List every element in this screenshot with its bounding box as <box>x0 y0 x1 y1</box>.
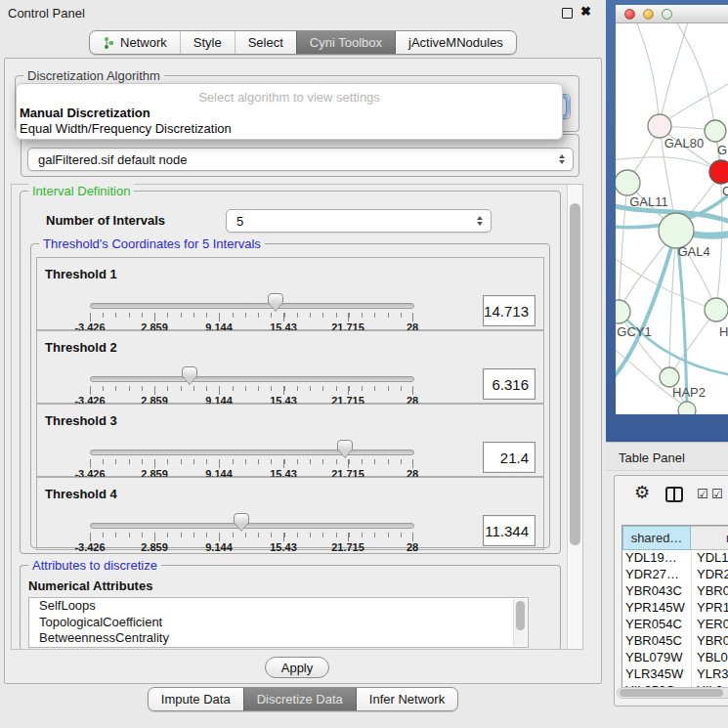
list-item[interactable]: SelfLoops <box>29 598 528 615</box>
threshold-value-field[interactable]: 14.713 <box>483 295 535 326</box>
dropdown-item-manual-discretization[interactable]: Manual Discretization <box>20 106 150 120</box>
table-panel-titlebar: Table Panel <box>606 442 728 471</box>
window-zoom-button[interactable] <box>662 9 672 20</box>
node-label-gal80: GAL80 <box>664 136 704 150</box>
threshold-1-slider[interactable]: -3.426 2.859 9.144 15.43 21.715 28 <box>90 293 412 334</box>
slider-track[interactable] <box>90 303 414 309</box>
node-label-hap2: HAP2 <box>672 385 706 400</box>
scrollbar-thumb[interactable] <box>516 601 525 630</box>
network-node[interactable] <box>660 367 679 387</box>
apply-button[interactable]: Apply <box>265 657 329 678</box>
threshold-3-slider[interactable]: -3.426 2.859 9.144 15.43 21.715 28 <box>90 440 412 481</box>
table-row[interactable]: YER054CYER0 <box>622 617 728 633</box>
scrollbar-thumb[interactable] <box>620 689 723 697</box>
group-title: Discretization Algorithm <box>23 68 164 83</box>
threshold-2-slider[interactable]: -3.426 2.859 9.144 15.43 21.715 28 <box>90 366 412 407</box>
dropdown-item-equal-width[interactable]: Equal Width/Frequency Discretization <box>20 121 232 136</box>
table-data-value: galFiltered.sif default node <box>38 152 187 167</box>
columns-icon[interactable] <box>665 487 683 502</box>
list-item[interactable]: BetweennessCentrality <box>29 630 528 647</box>
threshold-3-panel: Threshold 3 -3.426 2.859 9.144 <box>36 404 544 477</box>
number-of-intervals-combobox[interactable]: 5 <box>226 209 492 233</box>
tab-infer-network[interactable]: Infer Network <box>356 688 457 710</box>
slider-thumb-icon[interactable] <box>182 366 197 378</box>
table-row[interactable]: YBR045CYBR0 <box>622 633 728 650</box>
column-header-name[interactable]: n <box>691 526 728 550</box>
threshold-2-panel: Threshold 2 -3.426 2.859 9.144 <box>36 330 544 404</box>
group-title: Threshold's Coordinates for 5 Intervals <box>39 236 265 251</box>
network-node[interactable] <box>678 402 696 414</box>
slider-minor-ticks <box>90 386 413 391</box>
table-header: shared… n <box>622 526 728 550</box>
threshold-label: Threshold 4 <box>45 487 117 501</box>
node-label-clipped: C <box>722 184 728 198</box>
table-row[interactable]: YBR043CYBR0 <box>622 583 728 600</box>
application-window: Control Panel ✖ Network Style Select Cyn… <box>0 0 728 728</box>
tab-jactivemnodules[interactable]: jActiveMNodules <box>395 31 516 54</box>
table-row[interactable]: YLR345WYLR3 <box>622 666 728 683</box>
node-label-clipped: H <box>719 324 728 339</box>
column-header-shared-name[interactable]: shared… <box>622 526 691 550</box>
scrollbar-thumb[interactable] <box>570 203 580 545</box>
slider-thumb-icon[interactable] <box>268 293 283 305</box>
threshold-4-slider[interactable]: -3.426 2.859 9.144 15.43 21.715 28 <box>90 513 412 554</box>
threshold-value-field[interactable]: 11.344 <box>483 515 535 546</box>
threshold-label: Threshold 2 <box>45 340 117 355</box>
window-close-button[interactable] <box>624 9 635 20</box>
numerical-attributes-list[interactable]: SelfLoops TopologicalCoefficient Between… <box>28 597 529 648</box>
threshold-value-field[interactable]: 6.316 <box>483 368 535 400</box>
cyni-toolbox-panel: Discretization Algorithm Select algorith… <box>4 58 602 684</box>
table-row[interactable]: YDR27…YDR2 <box>622 567 728 583</box>
node-label-gal4: GAL4 <box>677 244 709 259</box>
network-node[interactable] <box>705 120 726 142</box>
control-panel-titlebar: Control Panel ✖ <box>0 0 606 25</box>
slider-track[interactable] <box>90 523 414 529</box>
gear-icon[interactable]: ⚙ <box>634 484 650 501</box>
slider-minor-ticks <box>90 533 413 537</box>
checkbox-icon[interactable]: ☑ <box>711 488 723 500</box>
chevron-up-down-icon <box>477 216 483 226</box>
tab-style[interactable]: Style <box>180 31 235 54</box>
network-canvas[interactable]: GAL80 G GAL11 C GAL4 GCY1 H HAP2 <box>616 23 728 414</box>
tab-discretize-data[interactable]: Discretize Data <box>243 688 356 710</box>
network-view-window: GAL80 G GAL11 C GAL4 GCY1 H HAP2 <box>606 0 728 442</box>
close-icon[interactable]: ✖ <box>580 4 591 19</box>
tab-cyni-toolbox[interactable]: Cyni Toolbox <box>296 31 395 54</box>
vertical-scrollbar[interactable] <box>567 185 582 649</box>
window-minimize-button[interactable] <box>643 9 654 20</box>
slider-thumb-icon[interactable] <box>337 440 353 451</box>
table-data-combobox[interactable]: galFiltered.sif default node <box>27 148 574 171</box>
table-row[interactable]: YBL079WYBL0 <box>622 650 728 666</box>
network-node[interactable] <box>648 114 671 138</box>
network-node-selected[interactable] <box>709 160 728 184</box>
threshold-label: Threshold 3 <box>45 413 117 428</box>
node-attribute-table: shared… n YDL19…YDL1 YDR27…YDR2 YBR043CY… <box>621 525 728 698</box>
network-window-titlebar <box>616 5 728 23</box>
list-item[interactable]: TopologicalCoefficient <box>29 615 528 631</box>
checkbox-icon[interactable]: ☑ <box>697 488 708 500</box>
slider-track[interactable] <box>90 376 414 382</box>
tab-label: Network <box>120 35 167 50</box>
table-data-group: Table Data galFiltered.sif default node <box>21 134 579 177</box>
table-row[interactable]: YPR145WYPR1 <box>622 600 728 617</box>
table-panel: Table Panel ⚙ ☑ ☑ shared… n YDL19…YDL1 Y… <box>606 442 728 728</box>
group-title: Attributes to discretize <box>28 558 161 573</box>
threshold-value-field[interactable]: 21.4 <box>483 442 535 473</box>
table-row[interactable]: YDL19…YDL1 <box>622 550 728 567</box>
number-of-intervals-value: 5 <box>236 214 243 229</box>
float-window-icon[interactable] <box>562 8 573 19</box>
tab-select[interactable]: Select <box>235 31 296 54</box>
network-node[interactable] <box>616 170 640 195</box>
network-node[interactable] <box>659 213 694 248</box>
slider-thumb-icon[interactable] <box>234 513 249 525</box>
tab-network[interactable]: Network <box>90 31 180 54</box>
network-node[interactable] <box>705 298 728 321</box>
horizontal-scrollbar[interactable] <box>617 687 728 699</box>
slider-track[interactable] <box>90 450 414 455</box>
list-scrollbar[interactable] <box>513 599 527 646</box>
tab-impute-data[interactable]: Impute Data <box>149 688 243 710</box>
top-tab-bar: Network Style Select Cyni Toolbox jActiv… <box>0 30 606 55</box>
table-rows: YDL19…YDL1 YDR27…YDR2 YBR043CYBR0 YPR145… <box>622 550 728 697</box>
bottom-tab-bar: Impute Data Discretize Data Infer Networ… <box>0 687 606 711</box>
algorithm-dropdown-popup: Select algorithm to view settings Manual… <box>16 83 563 140</box>
